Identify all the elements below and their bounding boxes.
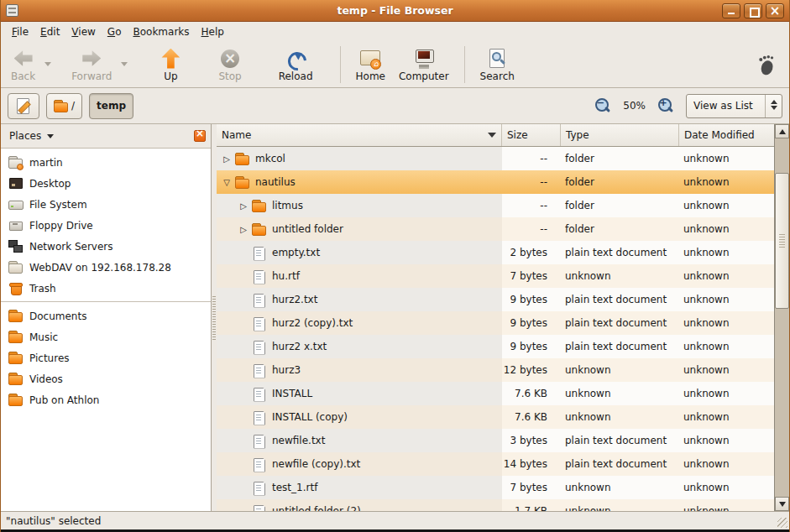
file-type-icon — [252, 364, 266, 377]
zoom-in-button[interactable]: + — [656, 96, 676, 116]
scroll-down-button[interactable] — [775, 497, 789, 511]
forward-button[interactable]: Forward — [65, 45, 118, 84]
up-arrow-icon — [160, 48, 181, 70]
row-expander-icon[interactable] — [237, 225, 250, 234]
file-size: 2 bytes — [502, 241, 561, 264]
sidebar-place-item[interactable]: Trash — [1, 278, 211, 299]
sidebar-close-button[interactable] — [194, 130, 206, 142]
menu-item[interactable]: View — [65, 23, 101, 40]
file-date-modified: unknown — [679, 382, 774, 405]
table-row[interactable]: newfile (copy).txt 14 bytes plain text d… — [217, 452, 774, 476]
home-button[interactable]: Home — [349, 45, 392, 84]
computer-button[interactable]: Computer — [392, 45, 456, 84]
sidebar-place-item[interactable]: Pub on Athlon — [1, 389, 211, 410]
reload-button[interactable]: Reload — [272, 45, 320, 84]
row-expander-icon[interactable] — [220, 178, 233, 187]
zoom-out-button[interactable]: − — [593, 96, 613, 116]
file-size: 7.6 KB — [502, 382, 561, 405]
table-row[interactable]: hurz2 x.txt 9 bytes plain text document … — [217, 335, 774, 358]
vertical-scrollbar[interactable] — [774, 124, 789, 511]
maximize-button[interactable] — [744, 3, 762, 18]
table-row[interactable]: hu.rtf 7 bytes unknown unknown — [217, 264, 774, 288]
zoom-level-label: 50% — [620, 100, 649, 112]
file-date-modified: unknown — [679, 264, 774, 288]
minimize-button[interactable] — [722, 3, 740, 18]
table-row[interactable]: test_1.rtf 7 bytes unknown unknown — [217, 476, 774, 499]
table-row[interactable]: untitled folder (2) 1.7 KB unknown unkno… — [217, 499, 774, 511]
column-header-size[interactable]: Size — [502, 124, 561, 146]
file-size: -- — [502, 147, 561, 170]
file-size: 7.6 KB — [502, 405, 561, 429]
resize-grip[interactable] — [777, 518, 787, 528]
places-selector-button[interactable]: Places — [9, 130, 41, 142]
sidebar-place-item[interactable]: WebDAV on 192.168.178.28 — [1, 257, 211, 278]
table-row[interactable]: INSTALL (copy) 7.6 KB unknown unknown — [217, 405, 774, 429]
forward-dropdown-button[interactable] — [118, 48, 129, 81]
file-type: unknown — [561, 476, 679, 499]
table-row[interactable]: litmus -- folder unknown — [217, 194, 774, 217]
current-folder-button[interactable]: temp — [89, 93, 133, 119]
sidebar-place-item[interactable]: Music — [1, 326, 211, 347]
close-button[interactable] — [766, 3, 784, 18]
places-list-bottom: Documents Music Pictures Videos — [1, 305, 211, 410]
menu-item[interactable]: Bookmarks — [127, 23, 195, 40]
file-date-modified: unknown — [679, 335, 774, 358]
back-button[interactable]: Back — [4, 45, 42, 84]
view-mode-select[interactable]: View as List — [686, 94, 782, 118]
file-date-modified: unknown — [679, 147, 774, 170]
sidebar-place-item[interactable]: Pictures — [1, 347, 211, 368]
table-row[interactable]: nautilus -- folder unknown — [217, 170, 774, 194]
row-expander-icon[interactable] — [220, 154, 233, 164]
sidebar-place-item[interactable]: Desktop — [1, 173, 211, 194]
table-row[interactable]: hurz2 (copy).txt 9 bytes plain text docu… — [217, 311, 774, 335]
file-type-icon — [235, 176, 249, 189]
menu-item[interactable]: Go — [102, 23, 128, 40]
titlebar[interactable]: temp - File Browser — [1, 0, 789, 22]
menu-item[interactable]: File — [6, 23, 34, 40]
back-dropdown-button[interactable] — [42, 48, 53, 81]
scroll-up-button[interactable] — [775, 124, 789, 138]
file-type: unknown — [561, 405, 679, 429]
table-row[interactable]: untitled folder -- folder unknown — [217, 217, 774, 241]
gnome-foot-icon — [754, 52, 779, 77]
menu-item[interactable]: Edit — [34, 23, 65, 40]
file-name: hurz2 (copy).txt — [272, 317, 353, 329]
up-button[interactable]: Up — [153, 45, 188, 84]
sidebar-place-item[interactable]: Floppy Drive — [1, 215, 211, 236]
scrollbar-track[interactable] — [775, 138, 789, 497]
toggle-location-entry-button[interactable] — [8, 93, 39, 119]
reload-icon — [285, 48, 306, 70]
sidebar-place-item[interactable]: Videos — [1, 368, 211, 389]
table-row[interactable]: newfile.txt 3 bytes plain text document … — [217, 429, 774, 452]
sidebar-place-item[interactable]: File System — [1, 194, 211, 215]
menubar: File Edit View Go Bookmarks Help — [1, 22, 789, 41]
file-type: plain text document — [561, 335, 679, 358]
place-icon — [8, 310, 23, 322]
table-row[interactable]: hurz3 12 bytes unknown unknown — [217, 358, 774, 382]
file-list: mkcol -- folder unknown — [217, 147, 774, 511]
table-row[interactable]: hurz2.txt 9 bytes plain text document un… — [217, 288, 774, 311]
stop-button[interactable]: Stop — [212, 45, 248, 84]
file-type: unknown — [561, 382, 679, 405]
file-name: test_1.rtf — [272, 482, 317, 493]
table-row[interactable]: INSTALL 7.6 KB unknown unknown — [217, 382, 774, 405]
sidebar-place-item[interactable]: martin — [1, 152, 211, 173]
scrollbar-thumb[interactable] — [775, 173, 789, 309]
column-header-name[interactable]: Name — [217, 124, 502, 146]
pane-divider[interactable] — [212, 124, 217, 511]
file-type: unknown — [561, 499, 679, 511]
file-type-icon — [252, 317, 266, 330]
row-expander-icon[interactable] — [237, 201, 250, 211]
stop-icon — [219, 48, 241, 70]
column-header-type[interactable]: Type — [561, 124, 679, 146]
file-type: plain text document — [561, 241, 679, 264]
sidebar-place-item[interactable]: Documents — [1, 305, 211, 326]
table-row[interactable]: mkcol -- folder unknown — [217, 147, 774, 170]
table-row[interactable]: empty.txt 2 bytes plain text document un… — [217, 241, 774, 264]
menu-item[interactable]: Help — [196, 23, 230, 40]
status-text: "nautilus" selected — [6, 515, 101, 527]
sidebar-place-item[interactable]: Network Servers — [1, 236, 211, 257]
root-folder-button[interactable]: / — [46, 93, 82, 119]
search-button[interactable]: Search — [473, 45, 521, 84]
column-header-date-modified[interactable]: Date Modified — [679, 124, 789, 146]
